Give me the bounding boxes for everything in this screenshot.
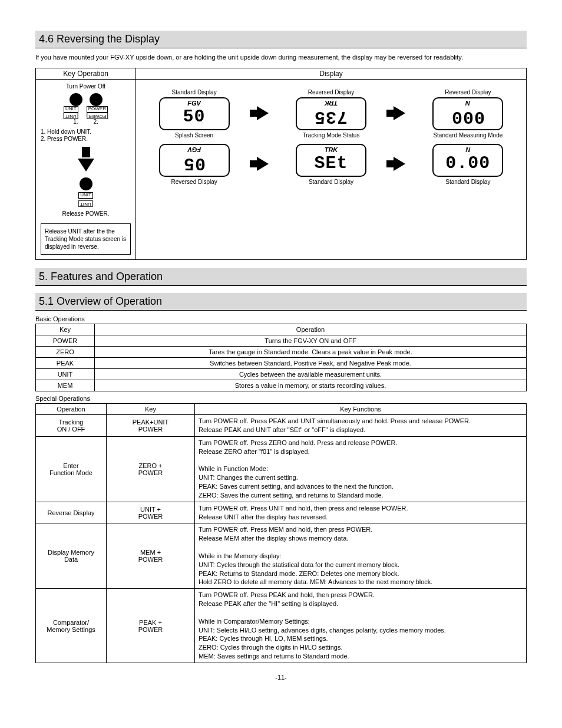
arrow-right-icon: [394, 106, 405, 120]
lcd-r2a: FGV 05: [159, 144, 230, 177]
release-note: Release UNIT after the the Tracking Mode…: [41, 223, 131, 255]
lcd-r1a: FGV 50: [159, 97, 230, 130]
lcd-r2a-sup: FGV: [160, 146, 229, 153]
table-row: Comparator/Memory Settings: [36, 589, 107, 663]
r1a-top: Standard Display: [150, 89, 239, 95]
lcd-r2b: TRK SEt: [296, 144, 366, 177]
num1: 1.: [73, 118, 78, 126]
unit-label-2rev: UNIT: [78, 200, 93, 207]
gauge-icon-top: UNIT POWER UNIT POWER 1. 2.: [59, 93, 113, 126]
table-row: Display MemoryData: [36, 523, 107, 589]
intro-4-6: If you have mounted your FGV-XY upside d…: [35, 53, 527, 62]
lcd-r1c: N 000: [432, 97, 503, 130]
basic-title: Basic Operations: [35, 315, 527, 322]
table-row: Cycles between the available measurement…: [95, 369, 527, 380]
th-sfn: Key Functions: [195, 404, 527, 415]
lcd-r2a-val: 05: [183, 154, 206, 172]
table-row: Turn POWER off. Press ZERO and hold. Pre…: [195, 436, 527, 502]
r1b-bot: Tracking Mode Status: [287, 132, 375, 139]
arrow-right-icon: [394, 157, 405, 171]
r2a-bot: Reversed Display: [150, 179, 239, 185]
step2: 2. Press POWER.: [41, 136, 131, 143]
lcd-r1b-sup: TRK: [297, 100, 365, 107]
heading-5: 5. Features and Operation: [35, 268, 527, 286]
unit-label: UNIT: [64, 106, 78, 113]
table-row: TrackingON / OFF: [36, 415, 107, 437]
lcd-r1b: TRK 735: [296, 97, 366, 130]
lcd-r2c-val: 0.00: [445, 154, 490, 172]
r1a-bot: Splash Screen: [150, 132, 239, 139]
table-row: Turn POWER off. Press UNIT and hold, the…: [195, 502, 527, 523]
table-row: PEAK+UNITPOWER: [107, 415, 195, 437]
lcd-r1b-val: 735: [314, 108, 348, 126]
lcd-r1a-sup: FGV: [160, 100, 229, 107]
table-row: Turn POWER off. Press PEAK and UNIT simu…: [195, 415, 527, 437]
lcd-r2c-sup: N: [434, 146, 502, 153]
arrow-down-icon: [78, 159, 94, 172]
basic-ops-table: Key Operation POWERTurns the FGV-XY ON a…: [35, 324, 527, 391]
r2c-bot: Standard Display: [424, 179, 512, 185]
step1: 1. Hold down UNIT.: [41, 129, 131, 136]
lcd-r2c: N 0.00: [432, 144, 503, 177]
arrow-right-icon: [257, 157, 269, 171]
r1c-bot: Standard Measuring Mode: [424, 132, 512, 139]
page-number: -11-: [35, 674, 527, 681]
gauge-icon-bottom: UNIT UNIT: [59, 177, 113, 207]
table-row: Switches between Standard, Positive Peak…: [95, 358, 527, 369]
table-row: MEM: [36, 380, 95, 391]
th-key: Key: [36, 324, 95, 335]
lcd-r1c-val: 000: [451, 108, 485, 126]
table-row: Reverse Display: [36, 502, 107, 523]
r1c-top: Reversed Display: [424, 89, 512, 95]
diagram-reversing: Key Operation Turn Power Off UNIT POWER …: [35, 68, 527, 260]
arrow-down-stem: [82, 147, 90, 157]
unit-label-rev: UNIT: [64, 113, 78, 119]
th-sop: Operation: [36, 404, 107, 415]
lcd-r2b-sup: TRK: [297, 146, 365, 153]
lcd-r2b-val: SEt: [314, 154, 348, 172]
display-head: Display: [136, 68, 526, 80]
special-title: Special Operations: [35, 395, 527, 402]
special-ops-table: Operation Key Key Functions TrackingON /…: [35, 403, 527, 663]
table-row: PEAK +POWER: [107, 589, 195, 663]
arrow-right-icon: [257, 106, 269, 120]
table-row: Stores a value in memory, or starts reco…: [95, 380, 527, 391]
lcd-r1c-sup: N: [434, 100, 502, 107]
th-skey: Key: [107, 404, 195, 415]
unit-label-2: UNIT: [78, 192, 93, 199]
keyop-head: Key Operation: [36, 68, 135, 80]
table-row: UNIT +POWER: [107, 502, 195, 523]
table-row: Turn POWER off. Press PEAK and hold, the…: [195, 589, 527, 663]
table-row: POWER: [36, 335, 95, 347]
table-row: ZERO: [36, 347, 95, 358]
table-row: EnterFunction Mode: [36, 436, 107, 502]
release-power: Release POWER.: [41, 210, 131, 218]
table-row: UNIT: [36, 369, 95, 380]
lcd-r1a-val: 50: [183, 108, 206, 126]
table-row: Turns the FGV-XY ON and OFF: [95, 335, 527, 347]
power-label-rev: POWER: [87, 113, 108, 119]
table-row: MEM +POWER: [107, 523, 195, 589]
heading-5-1: 5.1 Overview of Operation: [35, 293, 527, 311]
table-row: PEAK: [36, 358, 95, 369]
table-row: Tares the gauge in Standard mode. Clears…: [95, 347, 527, 358]
table-row: Turn POWER off. Press MEM and hold, then…: [195, 523, 527, 589]
r2b-bot: Standard Display: [287, 179, 375, 185]
r1b-top: Reversed Display: [287, 89, 375, 95]
heading-4-6: 4.6 Reversing the Display: [35, 31, 527, 48]
power-label: POWER: [87, 106, 108, 113]
th-op: Operation: [95, 324, 527, 335]
table-row: ZERO +POWER: [107, 436, 195, 502]
turn-off: Turn Power Off: [41, 83, 131, 91]
num2: 2.: [94, 118, 98, 126]
